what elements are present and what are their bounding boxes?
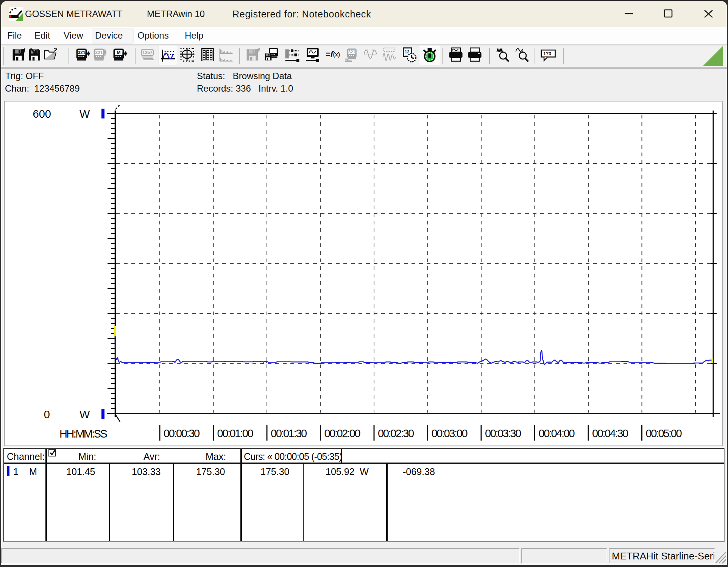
svg-text:0: 0 xyxy=(44,408,50,421)
svg-text:00:04:30: 00:04:30 xyxy=(592,427,628,439)
svg-text:W: W xyxy=(80,408,90,421)
svg-text:00:03:30: 00:03:30 xyxy=(485,427,521,439)
svg-text:600: 600 xyxy=(33,108,51,120)
svg-text:HH:MM:SS: HH:MM:SS xyxy=(59,428,107,440)
svg-text:00:02:30: 00:02:30 xyxy=(378,427,414,439)
svg-text:00:02:00: 00:02:00 xyxy=(324,427,360,439)
svg-text:00:03:00: 00:03:00 xyxy=(432,427,468,439)
svg-text:00:01:00: 00:01:00 xyxy=(217,427,253,439)
svg-text:00:00:30: 00:00:30 xyxy=(164,427,200,439)
svg-text:00:04:00: 00:04:00 xyxy=(539,427,575,439)
svg-text:00:05:00: 00:05:00 xyxy=(646,427,682,439)
svg-text:00:01:30: 00:01:30 xyxy=(271,427,307,439)
svg-text:W: W xyxy=(80,108,90,120)
